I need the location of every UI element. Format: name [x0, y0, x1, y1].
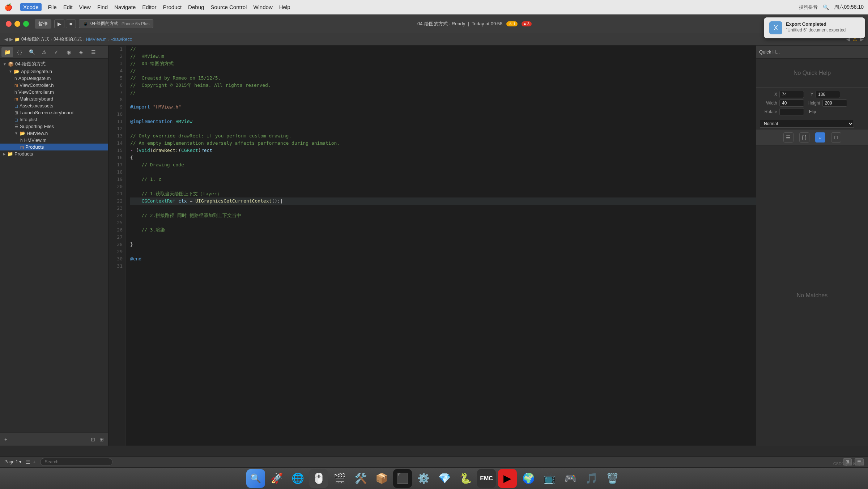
dock-game[interactable]: 🎮	[561, 469, 580, 488]
menu-xcode[interactable]: Xcode	[20, 3, 42, 11]
no-quick-help: No Quick Help	[756, 59, 868, 88]
dock-browser1[interactable]: 🌍	[519, 469, 538, 488]
menu-window[interactable]: Window	[253, 4, 272, 10]
test-navigator-icon[interactable]: ✓	[51, 47, 62, 57]
scheme-selector[interactable]: 📱 04-绘图的方式 iPhone 6s Plus	[79, 19, 153, 28]
code-content[interactable]: 1 2 3 4 5 6 7 8 9 10 11 12 13 14 15 16 1…	[109, 46, 756, 446]
nav-left-button[interactable]: ◀	[4, 37, 8, 42]
menu-find[interactable]: Find	[97, 4, 108, 10]
dock-finder[interactable]: 🔍	[246, 469, 265, 488]
menu-file[interactable]: File	[48, 4, 57, 10]
filter-icon[interactable]: ☰	[26, 459, 30, 465]
close-button[interactable]	[6, 21, 12, 27]
search-icon[interactable]: 🔍	[823, 4, 829, 10]
sidebar-item-launchscreen[interactable]: ◻ Info.plist	[0, 116, 108, 123]
sidebar-group-supporting[interactable]: ▼ 📂 HMView.h	[0, 130, 108, 137]
menu-product[interactable]: Product	[163, 4, 182, 10]
page-indicator[interactable]: Page 1 ▾	[4, 459, 21, 464]
products-label: Products	[14, 151, 33, 157]
scheme-name: 04-绘图的方式	[90, 21, 118, 27]
add-file-button[interactable]: +	[3, 436, 9, 443]
dock-browser2[interactable]: 📺	[540, 469, 559, 488]
sidebar-item-appdelegate-m[interactable]: m ViewController.h	[0, 82, 108, 89]
sidebar-item-hmview-m[interactable]: m Products	[0, 144, 108, 150]
code-line-4: //	[130, 67, 756, 75]
menu-help[interactable]: Help	[279, 4, 290, 10]
breakpoint-navigator-icon[interactable]: ◈	[75, 47, 87, 57]
stop-button[interactable]: ■	[66, 20, 76, 28]
square-icon[interactable]: □	[831, 132, 841, 143]
menu-editor[interactable]: Editor	[142, 4, 156, 10]
run-button[interactable]: ▶	[54, 20, 64, 28]
breadcrumb-item-2[interactable]: 04-绘图的方式	[54, 36, 81, 42]
minimize-button[interactable]	[14, 21, 20, 27]
menu-view[interactable]: View	[79, 4, 91, 10]
code-line-8	[130, 96, 756, 103]
height-input[interactable]	[822, 99, 847, 107]
sidebar-item-hmview-h[interactable]: h HMView.m	[0, 137, 108, 144]
sidebar-item-assets[interactable]: ⊞ LaunchScreen.storyboard	[0, 109, 108, 116]
dock-sketch[interactable]: 💎	[435, 469, 454, 488]
add-filter-button[interactable]: +	[33, 459, 35, 465]
warning-badge[interactable]: ⚠ 1	[506, 21, 518, 26]
file-navigator-icon[interactable]: 📁	[1, 47, 13, 57]
sidebar-hierarchy-icon[interactable]: ⊞	[98, 436, 105, 443]
sidebar-item-viewcontroller-h[interactable]: h ViewController.m	[0, 89, 108, 95]
breadcrumb-item-1[interactable]: 04-绘图的方式	[21, 36, 49, 42]
file-tree: ▼ 📦 04-绘图的方式 ▼ 📂 AppDelegate.h h AppDele…	[0, 59, 108, 433]
sidebar-item-appdelegate-h[interactable]: h AppDelegate.m	[0, 75, 108, 82]
menu-debug[interactable]: Debug	[188, 4, 204, 10]
issue-navigator-icon[interactable]: ⚠	[38, 47, 50, 57]
dock-mouse[interactable]: 🖱️	[309, 469, 328, 488]
find-navigator-icon[interactable]: 🔍	[26, 47, 38, 57]
menu-navigate[interactable]: Navigate	[114, 4, 136, 10]
dock-video[interactable]: ▶	[498, 469, 517, 488]
fullscreen-button[interactable]	[23, 21, 29, 27]
debug-navigator-icon[interactable]: ◉	[63, 47, 75, 57]
dock-safari[interactable]: 🌐	[288, 469, 307, 488]
dock-instruments[interactable]: 🛠️	[351, 469, 370, 488]
apple-menu[interactable]: 🍎	[4, 3, 12, 11]
dock-archive[interactable]: 📦	[372, 469, 391, 488]
nav-right-button[interactable]: ▶	[9, 37, 13, 42]
sidebar-group-main[interactable]: ▼ 📂 AppDelegate.h	[0, 68, 108, 75]
breadcrumb-toolbar: ◀ ▶	[4, 37, 13, 42]
sidebar-item-main-storyboard[interactable]: ◻ Assets.xcassets	[0, 102, 108, 109]
rotate-input[interactable]	[779, 108, 804, 115]
dock-quicktime[interactable]: 🎬	[330, 469, 349, 488]
dock-music[interactable]: 🎵	[582, 469, 601, 488]
sidebar-group-products[interactable]: ▶ 📁 Products	[0, 150, 108, 157]
report-navigator-icon[interactable]: ☰	[88, 47, 99, 57]
ln-23: 23	[109, 205, 123, 212]
search-input[interactable]	[40, 458, 112, 466]
ln-3: 3	[109, 60, 123, 67]
pause-button[interactable]: 暂停	[35, 19, 51, 29]
breadcrumb-item-4[interactable]: -drawRect:	[111, 37, 132, 42]
dock-trash[interactable]: 🗑️	[603, 469, 622, 488]
normal-select[interactable]: Normal	[760, 120, 854, 128]
curly-brace-icon[interactable]: { }	[799, 132, 809, 143]
main-storyboard-label: Assets.xcassets	[20, 103, 53, 109]
width-input[interactable]	[779, 99, 804, 107]
y-input[interactable]	[816, 91, 840, 98]
dock-terminal[interactable]: ⬛	[393, 469, 412, 488]
file-bottom-icon[interactable]: ☰	[783, 132, 793, 143]
menu-source-control[interactable]: Source Control	[210, 4, 247, 10]
project-root[interactable]: ▼ 📦 04-绘图的方式	[0, 60, 108, 68]
dock-launchpad[interactable]: 🚀	[267, 469, 286, 488]
sidebar-filter-icon[interactable]: ⊡	[89, 436, 97, 443]
dock-emeditor[interactable]: EMC	[477, 469, 496, 488]
x-input[interactable]	[779, 91, 804, 98]
error-badge[interactable]: ● 3	[522, 21, 532, 26]
dock-python[interactable]: 🐍	[456, 469, 475, 488]
code-lines[interactable]: // // HMView.m // 04-绘图的方式 // // Created…	[126, 46, 756, 446]
code-line-26: // 3.渲染	[130, 226, 756, 234]
breadcrumb-item-3[interactable]: HMView.m	[86, 37, 107, 42]
dock-system-prefs[interactable]: ⚙️	[414, 469, 433, 488]
sidebar-item-info-plist[interactable]: ☰ Supporting Files	[0, 123, 108, 130]
menu-edit[interactable]: Edit	[63, 4, 73, 10]
sidebar-item-viewcontroller-m[interactable]: m Main.storyboard	[0, 95, 108, 102]
symbol-navigator-icon[interactable]: { }	[14, 47, 25, 57]
right-panel-header: Quick H...	[756, 46, 868, 59]
circle-icon[interactable]: ○	[815, 132, 825, 143]
